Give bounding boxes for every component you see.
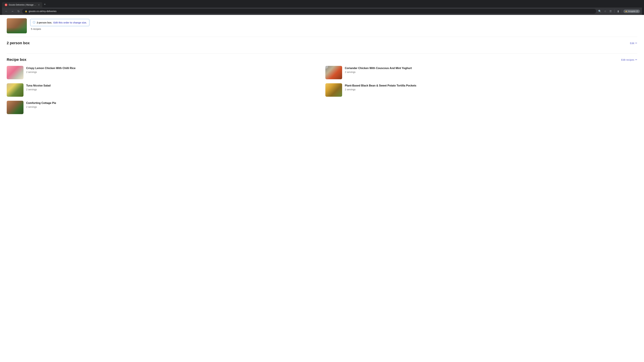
url-text: gousto.co.uk/my-deliveries [29, 10, 56, 12]
toolbar-separator-2 [622, 9, 622, 13]
edit-recipes-label: Edit recipes [621, 58, 634, 61]
recipe-servings: 2 servings [26, 106, 56, 108]
recipe-info-plant-based: Plant-Based Black Bean & Sweet Potato To… [345, 83, 416, 91]
toolbar-icons: 🔍 ☆ ☰ ▮ 🕵 Incognito (2) [598, 9, 640, 13]
box-section: 2 person box Edit ✏ [0, 37, 644, 53]
tab-close-button[interactable]: × [38, 3, 40, 6]
info-banner: ⓘ 2-person box. Edit this order to chang… [30, 19, 90, 26]
edit-box-link[interactable]: Edit ✏ [630, 42, 637, 44]
info-banner-text: 2-person box. Edit this order to change … [37, 21, 87, 24]
search-button[interactable]: 🔍 [598, 9, 602, 13]
tab-favicon: G [5, 3, 8, 6]
recipe-name: Crispy Lemon Chicken With Chilli Rice [26, 66, 76, 70]
recipe-info-crispy-lemon: Crispy Lemon Chicken With Chilli Rice 2 … [26, 66, 76, 73]
top-banner-area: ⓘ 2-person box. Edit this order to chang… [0, 15, 644, 37]
active-tab[interactable]: G Gousto Deliveries | Manage Al... × [2, 2, 42, 7]
edit-box-label: Edit [630, 42, 634, 44]
recipe-info-coriander: Coriander Chicken With Couscous And Mint… [345, 66, 412, 73]
recipe-image-crispy-lemon [7, 66, 24, 79]
list-item: Tuna Nicoise Salad 2 servings [7, 83, 319, 97]
edit-order-link[interactable]: Edit this order to change size. [54, 21, 87, 24]
recipe-info-tuna: Tuna Nicoise Salad 2 servings [26, 83, 51, 91]
browser-tabs: G Gousto Deliveries | Manage Al... × + [2, 1, 642, 7]
recipe-image-tuna [7, 83, 24, 97]
browser-chrome: G Gousto Deliveries | Manage Al... × + ←… [0, 0, 644, 15]
recipe-name: Coriander Chicken With Couscous And Mint… [345, 66, 412, 70]
recipe-box-section: Recipe box Edit recipes ✏ Crispy Lemon C… [0, 53, 644, 118]
list-item: Comforting Cottage Pie 2 servings [7, 101, 319, 114]
incognito-icon: 🕵 [625, 10, 628, 12]
edit-pencil-icon: ✏ [635, 42, 637, 44]
recipe-servings: 2 servings [26, 71, 76, 73]
recipe-grid: Crispy Lemon Chicken With Chilli Rice 2 … [7, 66, 637, 114]
forward-button[interactable]: → [10, 9, 15, 13]
recipe-servings: 2 servings [26, 88, 51, 91]
recipe-name: Comforting Cottage Pie [26, 101, 56, 105]
recipe-name: Tuna Nicoise Salad [26, 84, 51, 87]
recipe-image-coriander [325, 66, 342, 79]
tab-title: Gousto Deliveries | Manage Al... [9, 4, 37, 6]
recipe-box-section-header: Recipe box Edit recipes ✏ [7, 57, 637, 62]
edit-recipes-pencil-icon: ✏ [635, 58, 637, 61]
recipes-count: 5 recipes [30, 27, 90, 30]
recipe-servings: 2 servings [345, 71, 412, 73]
food-thumbnail [7, 18, 27, 33]
list-item: Crispy Lemon Chicken With Chilli Rice 2 … [7, 66, 319, 79]
reload-button[interactable]: ↻ [16, 9, 21, 13]
info-box: ⓘ 2-person box. Edit this order to chang… [30, 18, 90, 30]
box-section-header: 2 person box Edit ✏ [7, 41, 637, 45]
recipe-image-plant-based [325, 83, 342, 97]
back-button[interactable]: ← [4, 9, 9, 13]
toolbar-separator [614, 9, 614, 13]
bookmark-button[interactable]: ☆ [603, 9, 608, 13]
address-bar[interactable]: 🔒 gousto.co.uk/my-deliveries [22, 9, 596, 13]
info-bold-text: 2-person box. [37, 21, 52, 24]
recipe-image-cottage-pie [7, 101, 24, 114]
info-icon: ⓘ [33, 21, 36, 24]
recipe-info-cottage-pie: Comforting Cottage Pie 2 servings [26, 101, 56, 108]
recipe-box-title: Recipe box [7, 57, 26, 62]
sidebar-button[interactable]: ▮ [616, 9, 620, 13]
list-item: Coriander Chicken With Couscous And Mint… [325, 66, 637, 79]
list-item: Plant-Based Black Bean & Sweet Potato To… [325, 83, 637, 97]
incognito-badge[interactable]: 🕵 Incognito (2) [623, 9, 640, 13]
recipe-servings: 2 servings [345, 88, 416, 91]
edit-recipes-link[interactable]: Edit recipes ✏ [621, 58, 637, 61]
decoration-circle [325, 66, 328, 68]
page-content: ⓘ 2-person box. Edit this order to chang… [0, 15, 644, 362]
extensions-button[interactable]: ☰ [608, 9, 613, 13]
new-tab-button[interactable]: + [42, 1, 47, 7]
food-thumbnail-image [7, 18, 27, 33]
incognito-label: Incognito (2) [628, 10, 638, 12]
recipe-name: Plant-Based Black Bean & Sweet Potato To… [345, 84, 416, 87]
lock-icon: 🔒 [25, 10, 27, 12]
box-section-title: 2 person box [7, 41, 30, 45]
browser-toolbar: ← → ↻ 🔒 gousto.co.uk/my-deliveries 🔍 ☆ ☰… [2, 7, 642, 15]
